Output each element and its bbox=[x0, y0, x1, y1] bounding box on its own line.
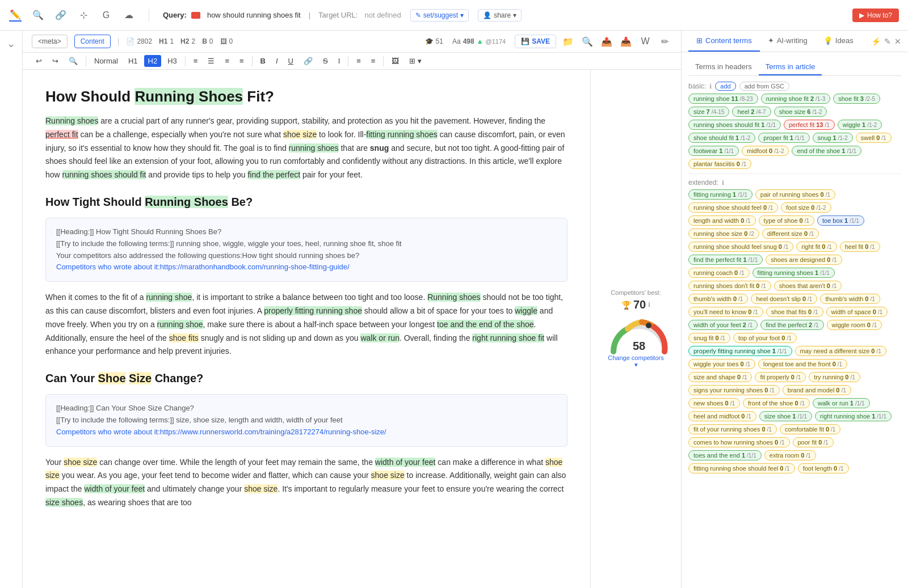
content-tab[interactable]: Content bbox=[74, 35, 111, 48]
term-tag[interactable]: fitting running shoe should feel 0 /1 bbox=[688, 463, 795, 473]
term-tag[interactable]: shoe fit 3 /2-5 bbox=[833, 94, 880, 104]
folder-icon[interactable]: 📁 bbox=[561, 34, 575, 49]
ol-button[interactable]: ≡ bbox=[367, 55, 380, 67]
align-left-button[interactable]: ≡ bbox=[190, 55, 202, 67]
term-tag[interactable]: running shoe should feel 0 /1 bbox=[688, 202, 778, 213]
term-tag[interactable]: size and shape 0 /1 bbox=[688, 372, 752, 382]
link-icon[interactable]: 🔗 bbox=[54, 9, 67, 22]
normal-button[interactable]: Normal bbox=[90, 55, 122, 67]
strikethrough-button[interactable]: S bbox=[319, 55, 332, 67]
table-button[interactable]: ⊞ ▾ bbox=[405, 55, 426, 67]
term-tag[interactable]: find the perfect fit 1 /1/1 bbox=[688, 255, 763, 265]
term-tag[interactable]: length and width 0 /1 bbox=[688, 215, 756, 226]
link-button[interactable]: 🔗 bbox=[300, 55, 317, 67]
term-tag[interactable]: find the perfect 2 /1 bbox=[760, 320, 823, 330]
term-tag[interactable]: wiggle your toes 0 /1 bbox=[688, 359, 755, 369]
term-tag[interactable]: shoe that fits 0 /1 bbox=[766, 307, 823, 317]
term-tag[interactable]: fit properly 0 /1 bbox=[755, 372, 806, 382]
google-icon[interactable]: G bbox=[100, 9, 112, 22]
term-tag[interactable]: right fit 0 /1 bbox=[796, 242, 836, 252]
term-tag[interactable]: type of shoe 0 /1 bbox=[759, 215, 814, 226]
term-tag[interactable]: size shoe 1 /1/1 bbox=[759, 411, 812, 421]
term-tag[interactable]: different size 0 /1 bbox=[762, 229, 819, 239]
set-suggest-button[interactable]: ✎ set/suggest ▾ bbox=[410, 9, 469, 22]
term-tag[interactable]: snug fit 0 /1 bbox=[688, 333, 730, 343]
term-tag[interactable]: shoe should fit 1 /1-2 bbox=[688, 133, 755, 143]
close-panel-icon[interactable]: ✕ bbox=[894, 37, 901, 46]
underline-button[interactable]: U bbox=[284, 55, 297, 67]
term-tag[interactable]: running shoe size 0 /2 bbox=[688, 229, 759, 239]
collapse-icon[interactable]: ⌄ bbox=[7, 37, 15, 588]
term-tag[interactable]: wiggle room 0 /1 bbox=[827, 320, 882, 330]
term-tag[interactable]: properly fitting running shoe 1 /1/1 bbox=[688, 346, 792, 356]
term-tag[interactable]: fitting running shoes 1 /1/1 bbox=[753, 268, 835, 278]
pen-icon[interactable]: ✏️ bbox=[9, 9, 22, 22]
term-tag[interactable]: perfect fit 13 /1 bbox=[784, 120, 835, 130]
term-tag[interactable]: plantar fasciitis 0 /1 bbox=[688, 159, 751, 169]
term-tag[interactable]: front of the shoe 0 /1 bbox=[743, 398, 810, 408]
how-to-button[interactable]: ▶ How to? bbox=[852, 9, 899, 22]
term-tag[interactable]: wiggle 1 /1-2 bbox=[838, 120, 882, 130]
subtab-article[interactable]: Terms in article bbox=[759, 59, 822, 75]
tab-ideas[interactable]: 💡 Ideas bbox=[815, 31, 861, 52]
align-center-button[interactable]: ☰ bbox=[204, 55, 218, 67]
term-tag[interactable]: fit of your running shoes 0 /1 bbox=[688, 424, 777, 434]
tab-ai-writing[interactable]: ✦ AI-writing bbox=[760, 31, 815, 52]
term-tag[interactable]: shoes are designed 0 /1 bbox=[766, 255, 842, 265]
align-justify-button[interactable]: ≡ bbox=[236, 55, 248, 67]
save-button[interactable]: 💾 SAVE bbox=[515, 35, 556, 48]
term-tag[interactable]: running shoe should feel snug 0 /1 bbox=[688, 242, 793, 252]
zoom-icon[interactable]: 🔍 bbox=[580, 34, 595, 49]
term-tag[interactable]: swell 0 /1 bbox=[856, 133, 892, 143]
term-tag[interactable]: foot size 0 /1-2 bbox=[781, 202, 831, 213]
term-tag[interactable]: brand and model 0 /1 bbox=[783, 385, 851, 395]
inline-code-button[interactable]: I bbox=[334, 55, 344, 67]
term-tag[interactable]: right running shoe 1 /1/1 bbox=[815, 411, 892, 421]
term-tag[interactable]: heel fit 0 /1 bbox=[840, 242, 880, 252]
bold-button[interactable]: B bbox=[257, 55, 270, 67]
wordpress-icon[interactable]: W bbox=[638, 34, 653, 49]
term-tag[interactable]: heel and midfoot 0 /1 bbox=[688, 411, 756, 421]
term-tag[interactable]: shoes that aren't 0 /1 bbox=[774, 281, 842, 291]
change-competitors-link[interactable]: Change competitors bbox=[608, 354, 663, 361]
structure-icon[interactable]: ⊹ bbox=[77, 9, 90, 22]
add-from-gsc-button[interactable]: add from GSC bbox=[739, 82, 789, 91]
term-tag[interactable]: heel doesn't slip 0 /1 bbox=[751, 294, 817, 304]
term-tag[interactable]: size 7 /4-15 bbox=[688, 107, 729, 117]
import-icon[interactable]: 📥 bbox=[619, 34, 633, 49]
term-tag[interactable]: running shoe 11 /8-23 bbox=[688, 94, 758, 104]
term-tag[interactable]: running shoes should fit 1 /1/1 bbox=[688, 120, 781, 130]
term-tag[interactable]: heel 2 /4-7 bbox=[732, 107, 771, 117]
editor-content[interactable]: How Should Running Shoes Fit? Running sh… bbox=[23, 70, 590, 588]
filter-icon[interactable]: ⚡ bbox=[871, 37, 881, 46]
share2-icon[interactable]: ☁ bbox=[123, 9, 135, 22]
ul-button[interactable]: ≡ bbox=[352, 55, 365, 67]
edit2-icon[interactable]: ✏ bbox=[657, 34, 672, 49]
italic-button[interactable]: I bbox=[272, 55, 282, 67]
redo-button[interactable]: ↪ bbox=[48, 55, 62, 67]
term-tag[interactable]: comfortable fit 0 /1 bbox=[780, 424, 841, 434]
search-replace-button[interactable]: 🔍 bbox=[65, 55, 82, 67]
term-tag[interactable]: running shoes don't fit 0 /1 bbox=[688, 281, 771, 291]
term-tag[interactable]: width of your feet 2 /1 bbox=[688, 320, 758, 330]
basic-info-icon[interactable]: ℹ bbox=[709, 83, 712, 90]
term-tag[interactable]: may need a different size 0 /1 bbox=[795, 346, 886, 356]
analyze-icon[interactable]: 🔍 bbox=[32, 9, 44, 22]
term-tag[interactable]: width of space 0 /1 bbox=[826, 307, 888, 317]
add-button[interactable]: add bbox=[715, 82, 735, 91]
term-tag[interactable]: thumb's width 0 /1 bbox=[688, 294, 748, 304]
term-tag[interactable]: longest toe and the front 0 /1 bbox=[758, 359, 847, 369]
sidebar-toggle[interactable]: ⌄ bbox=[0, 31, 23, 588]
term-tag[interactable]: signs your running shoes 0 /1 bbox=[688, 385, 780, 395]
term-tag[interactable]: toes and the end 1 /1/1 bbox=[688, 450, 762, 460]
share-button[interactable]: 👤 share ▾ bbox=[478, 9, 522, 22]
h1-button[interactable]: H1 bbox=[124, 55, 142, 67]
term-tag[interactable]: shoe size 6 /1-2 bbox=[774, 107, 827, 117]
term-tag[interactable]: walk or run 1 /1/1 bbox=[813, 398, 870, 408]
term-tag[interactable]: running coach 0 /1 bbox=[688, 268, 750, 278]
term-tag[interactable]: fitting running 1 /1/1 bbox=[688, 189, 753, 200]
term-tag[interactable]: foot length 0 /1 bbox=[798, 463, 849, 473]
export-icon[interactable]: 📤 bbox=[599, 34, 614, 49]
extended-info-icon[interactable]: ℹ bbox=[722, 179, 724, 187]
term-tag[interactable]: snug 1 /1-2 bbox=[813, 133, 853, 143]
